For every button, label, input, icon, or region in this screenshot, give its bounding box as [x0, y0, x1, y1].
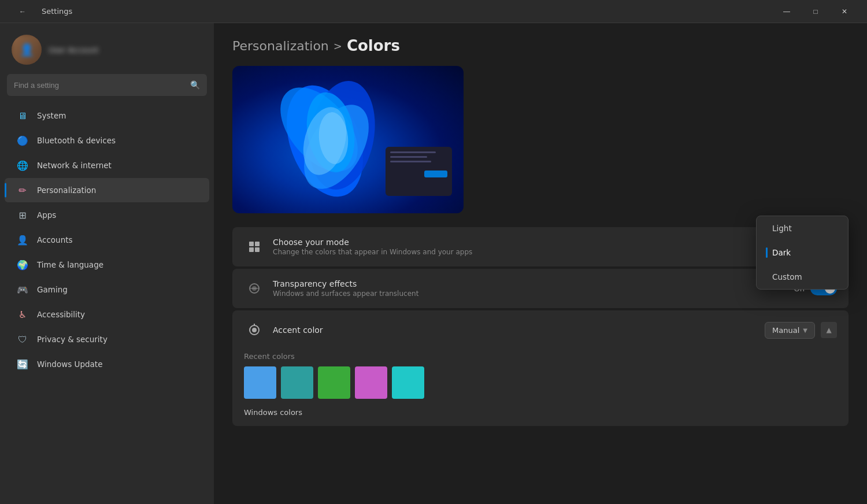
color-swatch-1[interactable]	[281, 366, 313, 399]
chevron-down-icon: ▼	[803, 327, 807, 333]
choose-mode-info: Choose your mode Change the colors that …	[273, 238, 837, 256]
titlebar: ← Settings — □ ✕	[0, 0, 867, 23]
windows-colors-label: Windows colors	[244, 408, 837, 417]
accent-section: Accent color Manual ▼ ▲ Recent colors Wi…	[232, 310, 849, 426]
chevron-up-icon: ▲	[826, 326, 831, 334]
svg-rect-9	[249, 247, 254, 252]
mode-option-dark[interactable]: Dark	[757, 240, 848, 265]
sidebar-label-apps: Apps	[37, 210, 56, 220]
time-icon: 🌍	[16, 258, 29, 271]
update-icon: 🔄	[16, 358, 29, 370]
preview-image	[232, 66, 464, 213]
search-bar[interactable]: 🔍	[7, 74, 207, 96]
choose-mode-title: Choose your mode	[273, 238, 837, 247]
mode-dropdown[interactable]: Light Dark Custom	[756, 216, 849, 290]
recent-color-swatches	[244, 366, 837, 399]
titlebar-controls: — □ ✕	[773, 2, 858, 21]
transparency-title: Transparency effects	[273, 279, 794, 288]
sidebar-item-system[interactable]: 🖥 System	[5, 103, 209, 128]
sidebar-label-time: Time & language	[37, 260, 103, 269]
accent-color-control: Manual ▼ ▲	[765, 322, 837, 339]
sidebar-label-personalization: Personalization	[37, 186, 96, 195]
sidebar-item-apps[interactable]: ⊞ Apps	[5, 203, 209, 227]
gaming-icon: 🎮	[16, 283, 29, 296]
preview-button	[424, 171, 447, 177]
accent-color-title: Accent color	[273, 325, 765, 335]
svg-point-14	[252, 328, 257, 332]
recent-colors-label: Recent colors	[244, 352, 837, 361]
avatar: 👤	[12, 35, 42, 65]
accent-expand-button[interactable]: ▲	[821, 322, 837, 338]
transparency-desc: Windows and surfaces appear translucent	[273, 290, 794, 298]
accent-color-info: Accent color	[273, 325, 765, 335]
personalization-icon: ✏	[16, 184, 29, 197]
breadcrumb-current: Colors	[347, 37, 400, 54]
choose-mode-section: Choose your mode Change the colors that …	[232, 227, 849, 266]
preview-window	[386, 147, 452, 196]
color-swatch-0[interactable]	[244, 366, 276, 399]
apps-icon: ⊞	[16, 209, 29, 221]
choose-mode-icon	[244, 236, 265, 257]
app-layout: 👤 User Account 🔍 🖥 System 🔵 Bluetooth & …	[0, 23, 867, 504]
accounts-icon: 👤	[16, 234, 29, 246]
minimize-button[interactable]: —	[773, 2, 800, 21]
transparency-info: Transparency effects Windows and surface…	[273, 279, 794, 298]
sidebar-item-network[interactable]: 🌐 Network & internet	[5, 153, 209, 177]
sidebar-label-update: Windows Update	[37, 360, 102, 369]
sidebar-label-gaming: Gaming	[37, 285, 68, 294]
color-swatch-3[interactable]	[355, 366, 387, 399]
sidebar-label-accessibility: Accessibility	[37, 310, 85, 319]
breadcrumb-parent: Personalization	[232, 39, 329, 53]
profile-name: User Account	[49, 46, 98, 54]
transparency-icon	[244, 278, 265, 299]
accent-row: Accent color Manual ▼ ▲	[232, 310, 849, 350]
sidebar-label-system: System	[37, 111, 66, 120]
search-icon: 🔍	[190, 80, 200, 90]
network-icon: 🌐	[16, 159, 29, 172]
wallpaper-preview	[232, 66, 464, 213]
sidebar-item-personalization[interactable]: ✏ Personalization	[5, 178, 209, 202]
accent-color-icon	[244, 320, 265, 340]
system-icon: 🖥	[16, 109, 29, 122]
sidebar-label-network: Network & internet	[37, 161, 112, 170]
choose-mode-desc: Change the colors that appear in Windows…	[273, 248, 837, 256]
privacy-icon: 🛡	[16, 333, 29, 346]
sidebar-nav: 🖥 System 🔵 Bluetooth & devices 🌐 Network…	[0, 101, 214, 379]
sidebar-item-time[interactable]: 🌍 Time & language	[5, 253, 209, 277]
close-button[interactable]: ✕	[831, 2, 858, 21]
search-input[interactable]	[14, 81, 186, 90]
sidebar-item-accessibility[interactable]: ♿ Accessibility	[5, 302, 209, 327]
accent-color-dropdown[interactable]: Manual ▼	[765, 322, 815, 339]
sidebar-item-privacy[interactable]: 🛡 Privacy & security	[5, 327, 209, 351]
dropdown-label: Manual	[772, 326, 799, 335]
content-area: Personalization > Colors	[214, 23, 867, 504]
sidebar-label-privacy: Privacy & security	[37, 335, 108, 344]
maximize-button[interactable]: □	[802, 2, 829, 21]
color-swatch-4[interactable]	[392, 366, 424, 399]
sidebar-label-accounts: Accounts	[37, 235, 73, 244]
svg-rect-8	[255, 242, 260, 246]
breadcrumb: Personalization > Colors	[232, 37, 849, 54]
sidebar-label-bluetooth: Bluetooth & devices	[37, 136, 116, 145]
back-button[interactable]: ←	[9, 2, 36, 21]
accent-colors-area: Recent colors Windows colors	[232, 350, 849, 426]
mode-option-light[interactable]: Light	[757, 216, 848, 240]
sidebar-item-bluetooth[interactable]: 🔵 Bluetooth & devices	[5, 128, 209, 153]
sidebar-item-update[interactable]: 🔄 Windows Update	[5, 352, 209, 376]
sidebar-item-gaming[interactable]: 🎮 Gaming	[5, 277, 209, 302]
titlebar-left: ← Settings	[9, 2, 72, 21]
profile-section: 👤 User Account	[0, 23, 214, 74]
svg-rect-10	[255, 247, 260, 252]
breadcrumb-separator: >	[334, 40, 342, 52]
mode-option-custom[interactable]: Custom	[757, 265, 848, 289]
choose-mode-row: Choose your mode Change the colors that …	[232, 227, 849, 266]
bluetooth-icon: 🔵	[16, 134, 29, 147]
accessibility-icon: ♿	[16, 308, 29, 321]
svg-rect-7	[249, 242, 254, 246]
sidebar: 👤 User Account 🔍 🖥 System 🔵 Bluetooth & …	[0, 23, 214, 504]
sidebar-item-accounts[interactable]: 👤 Accounts	[5, 228, 209, 252]
titlebar-title: Settings	[42, 7, 72, 16]
color-swatch-2[interactable]	[318, 366, 350, 399]
